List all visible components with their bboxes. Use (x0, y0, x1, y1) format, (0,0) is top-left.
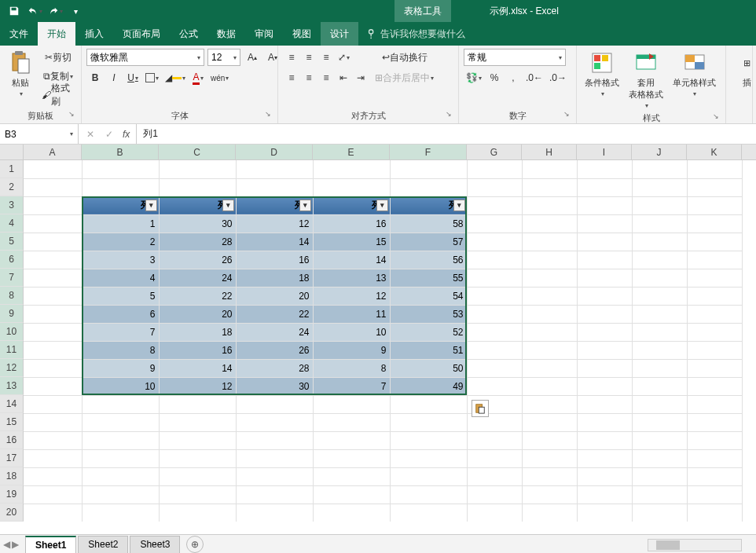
cell-E4[interactable]: 16 (313, 214, 390, 233)
table-format-button[interactable]: 套用 表格格式▾ (626, 49, 666, 111)
cell-J16[interactable] (632, 431, 687, 449)
sheet-nav-next[interactable]: ▶ (12, 539, 19, 550)
cell-I10[interactable] (577, 323, 632, 341)
cell-J14[interactable] (632, 395, 687, 413)
cell-A19[interactable] (24, 485, 82, 504)
grow-font-button[interactable]: A▴ (244, 49, 261, 66)
cell-A4[interactable] (24, 214, 82, 233)
row-header-12[interactable]: 12 (0, 359, 24, 377)
cell-H4[interactable] (522, 214, 577, 233)
cell-B14[interactable] (82, 395, 159, 413)
col-header-G[interactable]: G (467, 145, 522, 159)
cell-K3[interactable] (687, 196, 742, 214)
cell-C20[interactable] (159, 504, 236, 522)
cell-D15[interactable] (236, 413, 313, 431)
cell-E3[interactable]: 列4 (313, 196, 390, 214)
insert-cells-button[interactable]: ⊞插 (731, 49, 756, 90)
cell-G12[interactable] (467, 359, 522, 377)
cell-E5[interactable]: 15 (313, 233, 390, 251)
cell-B20[interactable] (82, 504, 159, 522)
phonetic-button[interactable]: wén▾ (208, 69, 231, 86)
cell-C6[interactable]: 26 (159, 251, 236, 269)
cell-A6[interactable] (24, 251, 82, 269)
cell-F6[interactable]: 56 (390, 251, 467, 269)
row-header-14[interactable]: 14 (0, 395, 24, 413)
cell-I7[interactable] (577, 269, 632, 287)
cell-D3[interactable]: 列3 (236, 196, 313, 214)
cell-E8[interactable]: 12 (313, 287, 390, 305)
cell-A10[interactable] (24, 323, 82, 341)
cell-K14[interactable] (687, 395, 742, 413)
row-header-8[interactable]: 8 (0, 287, 24, 305)
cell-E6[interactable]: 14 (313, 251, 390, 269)
row-header-1[interactable]: 1 (0, 160, 24, 178)
cell-C5[interactable]: 28 (159, 233, 236, 251)
cell-B3[interactable]: 列1 (82, 196, 159, 214)
scrollbar-thumb[interactable] (656, 540, 680, 550)
cell-D1[interactable] (236, 160, 313, 178)
cell-F5[interactable]: 57 (390, 233, 467, 251)
cell-B5[interactable]: 2 (82, 233, 159, 251)
cell-F8[interactable]: 54 (390, 287, 467, 305)
cell-G17[interactable] (467, 449, 522, 467)
cell-E1[interactable] (313, 160, 390, 178)
tab-formulas[interactable]: 公式 (170, 22, 207, 46)
cell-D18[interactable] (236, 467, 313, 485)
cell-F13[interactable]: 49 (390, 377, 467, 395)
cell-B7[interactable]: 4 (82, 269, 159, 287)
cell-A3[interactable] (24, 196, 82, 214)
cell-I2[interactable] (577, 178, 632, 196)
cell-G3[interactable] (467, 196, 522, 214)
cut-button[interactable]: ✂剪切 (39, 49, 76, 66)
fill-color-button[interactable]: ◢▾ (163, 69, 188, 86)
cell-B8[interactable]: 5 (82, 287, 159, 305)
cell-F4[interactable]: 58 (390, 214, 467, 233)
cell-K4[interactable] (687, 214, 742, 233)
cell-G6[interactable] (467, 251, 522, 269)
cell-A20[interactable] (24, 504, 82, 522)
cell-J7[interactable] (632, 269, 687, 287)
cell-B17[interactable] (82, 449, 159, 467)
cell-E9[interactable]: 11 (313, 305, 390, 323)
cell-F11[interactable]: 51 (390, 341, 467, 359)
cell-F16[interactable] (390, 431, 467, 449)
cell-D16[interactable] (236, 431, 313, 449)
cell-E7[interactable]: 13 (313, 269, 390, 287)
row-header-15[interactable]: 15 (0, 413, 24, 431)
row-header-4[interactable]: 4 (0, 214, 24, 233)
cell-K5[interactable] (687, 233, 742, 251)
cell-H8[interactable] (522, 287, 577, 305)
cell-C11[interactable]: 16 (159, 341, 236, 359)
font-size-select[interactable]: 12▾ (207, 49, 240, 66)
enter-formula[interactable]: ✓ (101, 126, 118, 143)
cell-B6[interactable]: 3 (82, 251, 159, 269)
col-header-D[interactable]: D (236, 145, 313, 159)
tab-home[interactable]: 开始 (38, 22, 75, 46)
fx-icon[interactable]: fx (119, 129, 133, 140)
cell-G10[interactable] (467, 323, 522, 341)
conditional-format-button[interactable]: 条件格式▾ (582, 49, 622, 99)
cell-I5[interactable] (577, 233, 632, 251)
cell-A9[interactable] (24, 305, 82, 323)
cell-F2[interactable] (390, 178, 467, 196)
cell-I13[interactable] (577, 377, 632, 395)
cell-D5[interactable]: 14 (236, 233, 313, 251)
cell-E18[interactable] (313, 467, 390, 485)
cell-B19[interactable] (82, 485, 159, 504)
align-right[interactable]: ≡ (317, 69, 335, 86)
paste-options-button[interactable] (472, 400, 489, 417)
cell-I8[interactable] (577, 287, 632, 305)
cell-C4[interactable]: 30 (159, 214, 236, 233)
cell-F18[interactable] (390, 467, 467, 485)
row-header-13[interactable]: 13 (0, 377, 24, 395)
col-header-F[interactable]: F (390, 145, 467, 159)
cell-F20[interactable] (390, 504, 467, 522)
undo-button[interactable]: ▾ (25, 2, 44, 20)
tab-insert[interactable]: 插入 (75, 22, 113, 46)
cell-F10[interactable]: 52 (390, 323, 467, 341)
cell-E16[interactable] (313, 431, 390, 449)
name-box[interactable]: B3▾ (0, 124, 79, 144)
accounting-button[interactable]: 💱▾ (464, 69, 484, 86)
col-header-H[interactable]: H (522, 145, 577, 159)
cell-I17[interactable] (577, 449, 632, 467)
